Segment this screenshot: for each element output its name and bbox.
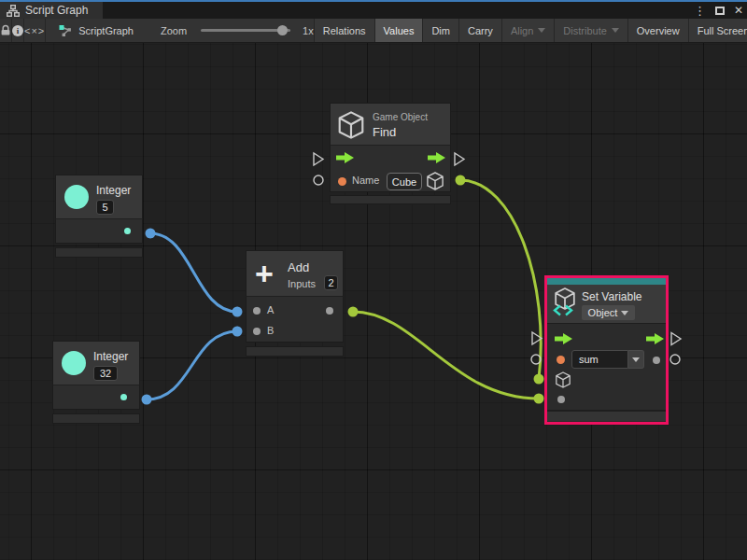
close-icon[interactable]: ✕ xyxy=(734,5,743,16)
node-integer-32[interactable]: Integer 32 xyxy=(52,341,140,424)
name-value-field[interactable]: Cube xyxy=(387,173,422,190)
setvar-object-input-port[interactable] xyxy=(556,371,571,388)
node-footer xyxy=(55,247,143,258)
node-title: Integer xyxy=(93,350,128,363)
integer-output-port[interactable] xyxy=(124,228,131,234)
node-integer-5[interactable]: Integer 5 xyxy=(55,175,143,258)
maximize-icon[interactable] xyxy=(715,7,725,15)
node-title: Set Variable xyxy=(582,290,641,303)
node-title: Find xyxy=(373,125,396,139)
variable-kind-dropdown[interactable]: Object xyxy=(582,305,635,320)
graph-info-section: ScriptGraph Zoom 1x xyxy=(46,19,314,42)
script-graph-window: Script Graph ⋮ ✕ i <×> xyxy=(0,0,747,560)
node-footer xyxy=(52,413,140,424)
find-output-gameobject-port[interactable] xyxy=(427,172,444,190)
zoom-slider[interactable] xyxy=(201,29,290,32)
zoom-value: 1x xyxy=(303,25,314,36)
setvar-value-input-port[interactable] xyxy=(557,396,565,403)
integer-value-field[interactable]: 32 xyxy=(93,366,118,381)
add-input-b-port[interactable] xyxy=(253,328,261,335)
caret-down-icon xyxy=(612,28,619,33)
setvar-output-port[interactable] xyxy=(653,357,660,364)
distribute-dropdown[interactable]: Distribute xyxy=(555,19,627,42)
full-screen-button[interactable]: Full Screen xyxy=(689,19,747,42)
focus-highlight-line xyxy=(0,0,747,2)
node-footer xyxy=(246,346,344,357)
info-button[interactable]: i xyxy=(12,19,24,42)
node-gameobject-find[interactable]: Game Object Find Name Cube xyxy=(330,103,451,204)
code-brackets-icon xyxy=(553,304,573,316)
variable-name-dropdown-button[interactable] xyxy=(628,350,644,369)
port-b-label: B xyxy=(267,325,274,336)
graph-toolbar: i <×> ScriptGraph Zoom 1x Relations Valu… xyxy=(0,19,747,43)
integer-type-icon xyxy=(62,351,86,375)
relations-button[interactable]: Relations xyxy=(315,19,375,42)
gameobject-cube-icon xyxy=(338,111,364,139)
window-menu-icon[interactable]: ⋮ xyxy=(694,5,706,17)
graph-name-label: ScriptGraph xyxy=(78,25,134,36)
port-a-label: A xyxy=(267,304,274,315)
setvar-name-input-port[interactable] xyxy=(557,356,565,364)
add-output-port[interactable] xyxy=(326,307,333,315)
node-add[interactable]: + Add Inputs 2 A B xyxy=(246,250,344,357)
node-set-variable-selected[interactable]: Set Variable Object sum xyxy=(544,275,669,425)
carry-button[interactable]: Carry xyxy=(459,19,502,42)
node-title: Integer xyxy=(96,184,131,197)
preview-code-button[interactable]: <×> xyxy=(24,19,46,42)
window-controls: ⋮ ✕ xyxy=(694,2,743,19)
values-button[interactable]: Values xyxy=(375,19,424,42)
name-label: Name xyxy=(352,175,379,186)
inputs-count-field[interactable]: 2 xyxy=(324,275,338,290)
dim-button[interactable]: Dim xyxy=(423,19,459,42)
info-icon: i xyxy=(12,25,23,36)
toolbar-buttons: Relations Values Dim Carry Align Distrib… xyxy=(315,19,747,42)
caret-down-icon xyxy=(621,311,628,315)
graph-hierarchy-icon xyxy=(7,5,20,17)
variable-name-field[interactable]: sum xyxy=(571,350,628,369)
caret-down-icon xyxy=(632,357,640,362)
flow-out-port[interactable] xyxy=(428,152,445,163)
title-bar: Script Graph ⋮ ✕ xyxy=(0,0,747,19)
flow-in-port[interactable] xyxy=(555,333,572,344)
flow-out-port[interactable] xyxy=(646,333,664,344)
integer-value-field[interactable]: 5 xyxy=(96,200,114,215)
zoom-slider-handle[interactable] xyxy=(277,25,288,35)
node-footer xyxy=(330,195,451,204)
script-graph-icon xyxy=(59,24,72,37)
tab-script-graph[interactable]: Script Graph xyxy=(0,2,103,19)
align-dropdown[interactable]: Align xyxy=(502,19,555,42)
node-title: Add xyxy=(288,260,309,274)
zoom-label: Zoom xyxy=(161,25,187,36)
find-name-input-port[interactable] xyxy=(338,177,346,186)
lock-button[interactable] xyxy=(0,19,12,42)
code-icon: <×> xyxy=(24,25,45,36)
integer-output-port[interactable] xyxy=(120,394,127,400)
tab-title: Script Graph xyxy=(25,4,88,17)
node-category: Game Object xyxy=(373,112,428,122)
node-footer xyxy=(547,412,666,421)
add-plus-icon: + xyxy=(255,263,274,284)
integer-type-icon xyxy=(64,185,89,209)
add-input-a-port[interactable] xyxy=(253,307,261,315)
inputs-label: Inputs xyxy=(288,278,316,289)
caret-down-icon xyxy=(538,28,545,33)
overview-button[interactable]: Overview xyxy=(628,19,689,42)
lock-icon xyxy=(0,24,11,36)
flow-in-port[interactable] xyxy=(336,152,354,163)
variable-accent-bar xyxy=(547,278,666,285)
